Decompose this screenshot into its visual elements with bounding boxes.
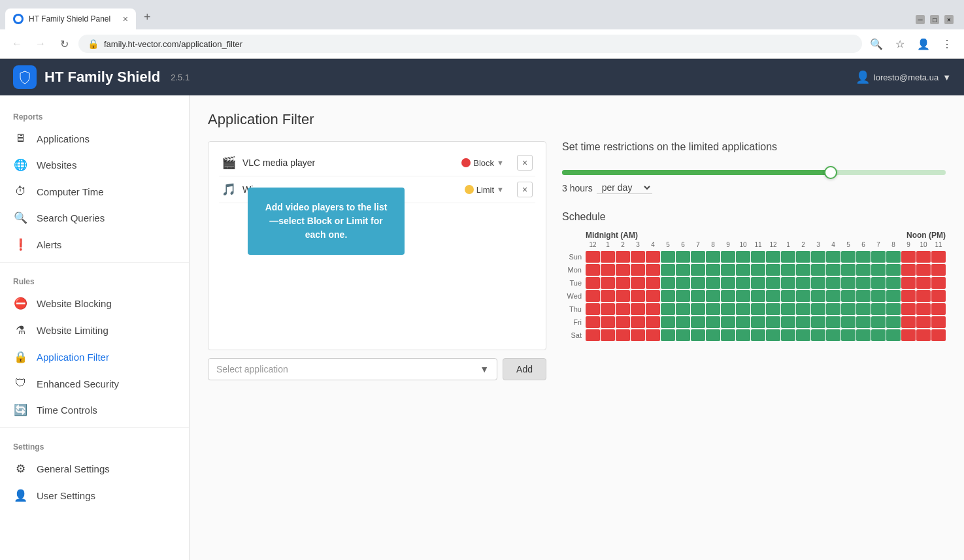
sidebar-item-application-filter[interactable]: 🔒 Application Filter <box>0 344 189 371</box>
schedule-cell-tue-1[interactable] <box>601 277 615 289</box>
schedule-cell-mon-0[interactable] <box>586 264 600 276</box>
schedule-cell-wed-0[interactable] <box>586 290 600 302</box>
schedule-cell-sun-2[interactable] <box>616 251 630 263</box>
schedule-cell-thu-1[interactable] <box>601 303 615 315</box>
schedule-cell-sun-9[interactable] <box>721 251 735 263</box>
schedule-cell-sat-19[interactable] <box>871 329 886 341</box>
schedule-cell-sun-7[interactable] <box>691 251 705 263</box>
schedule-cell-sun-18[interactable] <box>856 251 871 263</box>
schedule-cell-mon-16[interactable] <box>826 264 840 276</box>
vlc-remove-button[interactable]: × <box>517 155 533 171</box>
schedule-cell-thu-17[interactable] <box>841 303 856 315</box>
schedule-cell-thu-6[interactable] <box>676 303 690 315</box>
minimize-button[interactable]: ─ <box>916 15 925 24</box>
schedule-cell-mon-23[interactable] <box>931 264 946 276</box>
maximize-button[interactable]: □ <box>930 15 939 24</box>
reload-button[interactable]: ↻ <box>55 35 73 53</box>
schedule-cell-mon-8[interactable] <box>706 264 720 276</box>
schedule-cell-wed-21[interactable] <box>901 290 916 302</box>
schedule-cell-sat-5[interactable] <box>661 329 675 341</box>
vlc-block-badge[interactable]: Block ▼ <box>455 156 510 171</box>
sidebar-item-time-controls[interactable]: 🔄 Time Controls <box>0 397 189 423</box>
schedule-cell-sat-11[interactable] <box>751 329 765 341</box>
schedule-cell-wed-1[interactable] <box>601 290 615 302</box>
schedule-cell-thu-18[interactable] <box>856 303 871 315</box>
schedule-cell-thu-7[interactable] <box>691 303 705 315</box>
schedule-cell-wed-23[interactable] <box>931 290 946 302</box>
schedule-cell-wed-11[interactable] <box>751 290 765 302</box>
schedule-cell-tue-12[interactable] <box>766 277 780 289</box>
schedule-cell-thu-23[interactable] <box>931 303 946 315</box>
schedule-cell-thu-2[interactable] <box>616 303 630 315</box>
forward-button[interactable]: → <box>31 35 50 53</box>
schedule-cell-sat-12[interactable] <box>766 329 780 341</box>
schedule-cell-thu-10[interactable] <box>736 303 750 315</box>
schedule-cell-fri-12[interactable] <box>766 316 780 328</box>
schedule-cell-mon-21[interactable] <box>901 264 916 276</box>
schedule-cell-wed-18[interactable] <box>856 290 871 302</box>
schedule-cell-tue-6[interactable] <box>676 277 690 289</box>
schedule-cell-sat-6[interactable] <box>676 329 690 341</box>
schedule-cell-tue-19[interactable] <box>871 277 886 289</box>
schedule-cell-fri-0[interactable] <box>586 316 600 328</box>
schedule-cell-mon-20[interactable] <box>886 264 901 276</box>
schedule-cell-fri-21[interactable] <box>901 316 916 328</box>
schedule-cell-thu-15[interactable] <box>811 303 825 315</box>
select-application-dropdown[interactable]: Select application ▼ <box>208 358 497 380</box>
sidebar-item-enhanced-security[interactable]: 🛡 Enhanced Security <box>0 371 189 397</box>
sidebar-item-website-blocking[interactable]: ⛔ Website Blocking <box>0 290 189 317</box>
schedule-cell-mon-11[interactable] <box>751 264 765 276</box>
new-tab-button[interactable]: + <box>136 5 159 29</box>
schedule-cell-tue-11[interactable] <box>751 277 765 289</box>
schedule-cell-fri-1[interactable] <box>601 316 615 328</box>
schedule-cell-thu-5[interactable] <box>661 303 675 315</box>
tab-close-button[interactable]: × <box>123 14 128 24</box>
schedule-cell-sat-4[interactable] <box>646 329 660 341</box>
bookmark-icon[interactable]: ☆ <box>891 35 909 53</box>
user-menu[interactable]: 👤 loresto@meta.ua ▼ <box>856 70 951 84</box>
schedule-cell-thu-22[interactable] <box>916 303 931 315</box>
schedule-cell-wed-13[interactable] <box>781 290 795 302</box>
schedule-cell-tue-20[interactable] <box>886 277 901 289</box>
schedule-cell-thu-19[interactable] <box>871 303 886 315</box>
schedule-cell-mon-9[interactable] <box>721 264 735 276</box>
schedule-cell-sat-17[interactable] <box>841 329 856 341</box>
sidebar-item-website-limiting[interactable]: ⚗ Website Limiting <box>0 317 189 344</box>
menu-icon[interactable]: ⋮ <box>938 35 956 53</box>
schedule-cell-wed-19[interactable] <box>871 290 886 302</box>
schedule-cell-thu-12[interactable] <box>766 303 780 315</box>
schedule-cell-sat-23[interactable] <box>931 329 946 341</box>
schedule-cell-wed-10[interactable] <box>736 290 750 302</box>
schedule-cell-mon-12[interactable] <box>766 264 780 276</box>
schedule-cell-tue-23[interactable] <box>931 277 946 289</box>
schedule-cell-sat-10[interactable] <box>736 329 750 341</box>
schedule-cell-thu-3[interactable] <box>631 303 645 315</box>
schedule-cell-tue-5[interactable] <box>661 277 675 289</box>
schedule-cell-wed-12[interactable] <box>766 290 780 302</box>
schedule-cell-fri-8[interactable] <box>706 316 720 328</box>
schedule-cell-mon-1[interactable] <box>601 264 615 276</box>
schedule-cell-wed-22[interactable] <box>916 290 931 302</box>
schedule-cell-fri-17[interactable] <box>841 316 856 328</box>
per-day-select[interactable]: per day per week <box>597 182 652 194</box>
schedule-cell-sun-16[interactable] <box>826 251 840 263</box>
schedule-cell-tue-14[interactable] <box>796 277 810 289</box>
schedule-cell-sun-10[interactable] <box>736 251 750 263</box>
schedule-cell-sat-13[interactable] <box>781 329 795 341</box>
schedule-cell-mon-18[interactable] <box>856 264 871 276</box>
schedule-cell-tue-3[interactable] <box>631 277 645 289</box>
schedule-cell-sat-22[interactable] <box>916 329 931 341</box>
schedule-cell-tue-9[interactable] <box>721 277 735 289</box>
schedule-cell-mon-19[interactable] <box>871 264 886 276</box>
schedule-cell-sun-6[interactable] <box>676 251 690 263</box>
schedule-cell-thu-13[interactable] <box>781 303 795 315</box>
schedule-cell-wed-5[interactable] <box>661 290 675 302</box>
schedule-cell-mon-22[interactable] <box>916 264 931 276</box>
schedule-cell-fri-2[interactable] <box>616 316 630 328</box>
schedule-cell-fri-15[interactable] <box>811 316 825 328</box>
schedule-cell-tue-8[interactable] <box>706 277 720 289</box>
schedule-cell-thu-8[interactable] <box>706 303 720 315</box>
schedule-cell-tue-16[interactable] <box>826 277 840 289</box>
schedule-cell-sat-7[interactable] <box>691 329 705 341</box>
schedule-cell-fri-20[interactable] <box>886 316 901 328</box>
